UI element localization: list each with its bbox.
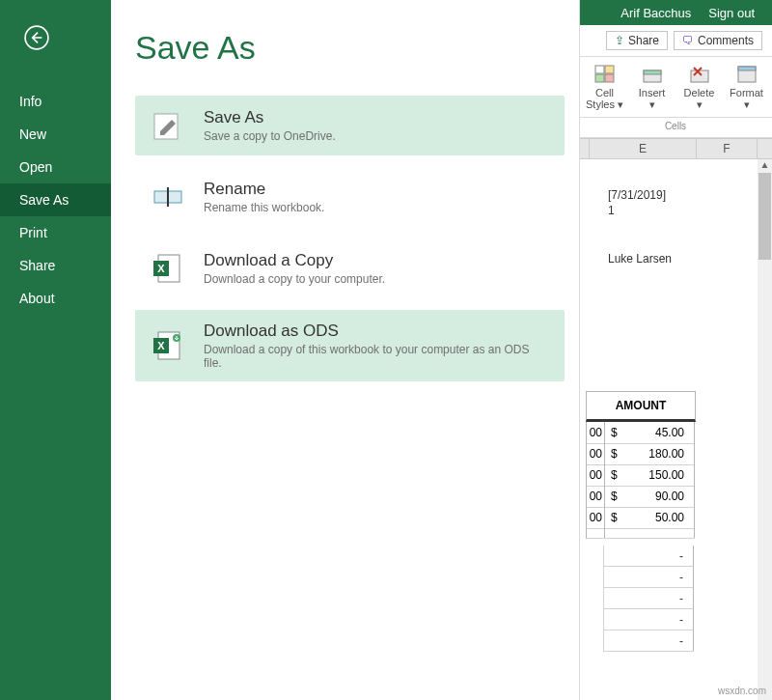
table-row[interactable]: 00$90.00 <box>586 486 695 508</box>
sidebar-item-open[interactable]: Open <box>0 151 111 183</box>
sidebar-item-save-as[interactable]: Save As <box>0 183 111 216</box>
cell-date[interactable]: [7/31/2019] <box>608 188 666 202</box>
table-row[interactable]: 00$50.00 <box>586 507 695 529</box>
ods-file-icon: X <box>150 327 186 364</box>
cell-styles-icon <box>594 65 616 84</box>
table-row[interactable]: 00$45.00 <box>586 422 695 444</box>
column-headers: E F <box>579 138 772 159</box>
dollar-sign: $ <box>605 443 628 464</box>
row-frag: 00 <box>587 507 605 528</box>
share-icon: ⇪ <box>615 34 624 47</box>
option-title: Rename <box>204 180 550 199</box>
format-button[interactable]: Format▾ <box>723 63 770 115</box>
sidebar-item-print[interactable]: Print <box>0 216 111 249</box>
row-frag: 00 <box>587 422 605 443</box>
sidebar-item-new[interactable]: New <box>0 118 111 151</box>
ribbon-cells-group: Cell Styles ▾ Insert▾ Delete▾ Format▾ <box>579 57 772 118</box>
share-label: Share <box>628 34 659 47</box>
col-fragment[interactable] <box>579 139 590 158</box>
vertical-scrollbar[interactable]: ▲ <box>758 159 772 700</box>
rename-icon <box>150 179 186 215</box>
backstage-sidebar: Info New Open Save As Print Share About <box>0 0 111 700</box>
option-rename[interactable]: Rename Rename this workbook. <box>135 167 565 227</box>
svg-text:X: X <box>157 263 165 274</box>
option-text: Rename Rename this workbook. <box>204 180 550 214</box>
cell-one[interactable]: 1 <box>608 204 615 217</box>
table-row[interactable]: 00$180.00 <box>586 443 695 465</box>
table-row[interactable]: 00$150.00 <box>586 464 695 487</box>
dollar-sign: $ <box>605 507 628 528</box>
ribbon-group-label: Cells <box>579 118 772 138</box>
option-text: Save As Save a copy to OneDrive. <box>204 108 550 143</box>
user-name[interactable]: Arif Bacchus <box>620 6 691 20</box>
table-row[interactable]: - <box>603 567 694 588</box>
delete-label: Delete <box>684 87 715 98</box>
sidebar-item-info[interactable]: Info <box>0 85 111 118</box>
svg-rect-5 <box>644 70 661 74</box>
scroll-thumb[interactable] <box>758 173 771 260</box>
option-desc: Download a copy of this workbook to your… <box>204 343 550 370</box>
option-title: Save As <box>204 108 550 127</box>
table-row[interactable]: - <box>603 630 694 652</box>
delete-button[interactable]: Delete▾ <box>676 63 723 115</box>
svg-rect-0 <box>595 66 604 73</box>
watermark: wsxdn.com <box>718 686 766 696</box>
option-desc: Rename this workbook. <box>204 201 550 214</box>
delete-icon <box>689 65 710 84</box>
option-desc: Save a copy to OneDrive. <box>204 129 550 143</box>
svg-rect-2 <box>595 74 604 82</box>
row-frag: 00 <box>587 443 605 464</box>
insert-label: Insert <box>639 87 666 98</box>
option-save-as[interactable]: Save As Save a copy to OneDrive. <box>135 96 565 155</box>
cell-person[interactable]: Luke Larsen <box>608 252 672 266</box>
amount-value: 150.00 <box>628 464 695 486</box>
amount-value: 45.00 <box>628 422 695 443</box>
comment-icon: 🗨 <box>682 34 694 47</box>
page-title: Save As <box>135 29 565 67</box>
format-icon <box>736 65 758 84</box>
cell-styles-button[interactable]: Cell Styles ▾ <box>581 63 628 115</box>
excel-file-icon: X <box>150 250 186 287</box>
ribbon-share-row: ⇪ Share 🗨 Comments <box>579 25 772 57</box>
option-text: Download a Copy Download a copy to your … <box>204 251 550 286</box>
sheet-body: ▲ [7/31/2019] 1 Luke Larsen AMOUNT 00$45… <box>579 159 772 700</box>
backstage-panel: Info New Open Save As Print Share About … <box>0 0 580 700</box>
option-download-copy[interactable]: X Download a Copy Download a copy to you… <box>135 238 565 298</box>
svg-text:X: X <box>157 340 165 351</box>
sidebar-item-share[interactable]: Share <box>0 249 111 282</box>
option-download-ods[interactable]: X Download as ODS Download a copy of thi… <box>135 310 565 381</box>
amount-value <box>628 528 695 538</box>
save-as-icon <box>150 107 186 144</box>
spreadsheet-area: ⇪ Share 🗨 Comments Cell Styles ▾ Insert▾… <box>579 25 772 700</box>
dollar-sign: $ <box>605 486 628 507</box>
row-frag: 00 <box>587 464 605 486</box>
option-title: Download as ODS <box>204 322 550 341</box>
table-row[interactable]: - <box>603 609 694 630</box>
svg-rect-1 <box>605 66 614 73</box>
table-row[interactable]: - <box>603 588 694 609</box>
dollar-sign: $ <box>605 464 628 486</box>
amount-value: 50.00 <box>628 507 695 528</box>
insert-button[interactable]: Insert▾ <box>628 63 676 115</box>
comments-button[interactable]: 🗨 Comments <box>674 31 762 50</box>
table-row[interactable] <box>586 528 695 539</box>
back-arrow-icon[interactable] <box>0 17 111 85</box>
amount-value: 90.00 <box>628 486 695 507</box>
cell-styles-label: Cell Styles <box>586 87 615 110</box>
sidebar-item-about[interactable]: About <box>0 282 111 315</box>
amount-value: 180.00 <box>628 443 695 464</box>
row-frag: 00 <box>587 486 605 507</box>
table-row[interactable]: - <box>603 546 694 567</box>
col-f-header[interactable]: F <box>697 139 758 158</box>
svg-rect-3 <box>605 74 614 82</box>
option-desc: Download a copy to your computer. <box>204 272 550 286</box>
backstage-main: Save As Save As Save a copy to OneDrive.… <box>111 0 579 700</box>
insert-icon <box>642 65 663 84</box>
sign-out-link[interactable]: Sign out <box>708 6 755 20</box>
svg-rect-10 <box>738 67 756 70</box>
share-button[interactable]: ⇪ Share <box>606 31 668 50</box>
dollar-sign <box>605 528 628 538</box>
format-label: Format <box>730 87 763 98</box>
amount-header[interactable]: AMOUNT <box>586 391 696 422</box>
col-e-header[interactable]: E <box>590 139 697 158</box>
